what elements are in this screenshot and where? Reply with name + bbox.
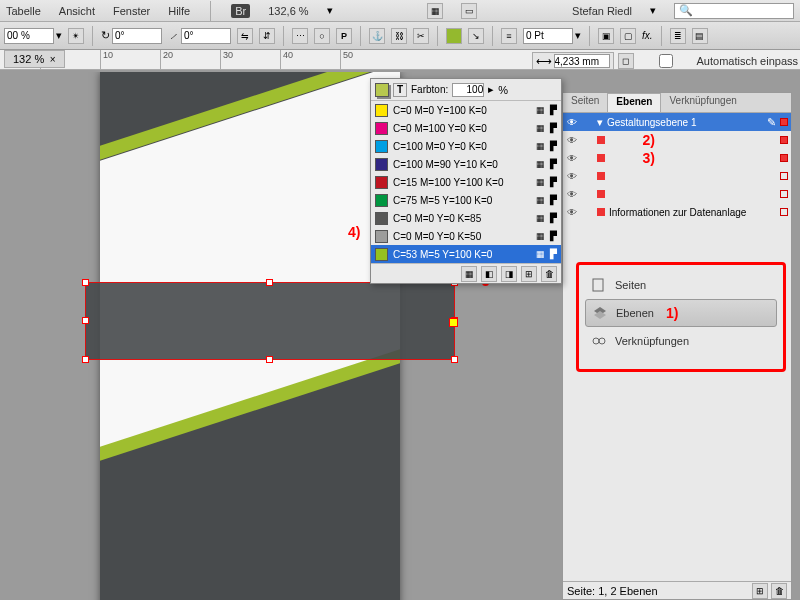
corner-icon[interactable]: ◻ bbox=[618, 53, 634, 69]
layer-row[interactable]: 👁 bbox=[563, 167, 791, 185]
layer-row[interactable]: 👁 ▾ Gestaltungsebene 1 ✎ bbox=[563, 113, 791, 131]
rotate-field[interactable] bbox=[112, 28, 162, 44]
text-fill-icon[interactable]: T bbox=[393, 83, 407, 97]
eye-icon[interactable]: 👁 bbox=[565, 115, 579, 129]
menu-tabelle[interactable]: Tabelle bbox=[6, 5, 41, 17]
cmyk-icon: ▛ bbox=[550, 195, 557, 205]
selection-square[interactable] bbox=[780, 118, 788, 126]
swatch-row[interactable]: C=100 M=0 Y=0 K=0▦▛ bbox=[371, 137, 561, 155]
tab-seiten[interactable]: Seiten bbox=[563, 93, 607, 112]
circle-icon[interactable]: ○ bbox=[314, 28, 330, 44]
width-icon: ⟷ bbox=[536, 55, 552, 68]
wrap2-icon[interactable]: ▢ bbox=[620, 28, 636, 44]
anchor-icon[interactable]: ⚓ bbox=[369, 28, 385, 44]
selected-rectangle[interactable] bbox=[85, 282, 455, 360]
annotation-3: 3) bbox=[643, 150, 655, 166]
layer-row[interactable]: 👁 bbox=[563, 149, 791, 167]
swatch-row[interactable]: C=0 M=100 Y=0 K=0▦▛ bbox=[371, 119, 561, 137]
trash-icon[interactable]: 🗑 bbox=[541, 266, 557, 282]
arrange-icon[interactable]: ▭ bbox=[461, 3, 477, 19]
document-tab[interactable]: 132 % × bbox=[4, 50, 65, 68]
flip-h-icon[interactable]: ⇋ bbox=[237, 28, 253, 44]
new-swatch-icon[interactable]: ▦ bbox=[461, 266, 477, 282]
user-dropdown-icon[interactable]: ▾ bbox=[650, 4, 656, 17]
fill-color-icon[interactable] bbox=[446, 28, 462, 44]
screen-mode-icon[interactable]: ▦ bbox=[427, 3, 443, 19]
resize-handle[interactable] bbox=[266, 356, 273, 363]
autofit-checkbox[interactable]: Automatisch einpass bbox=[638, 54, 799, 68]
new-layer-icon[interactable]: ⊞ bbox=[752, 583, 768, 599]
search-input[interactable]: 🔍 bbox=[674, 3, 794, 19]
pages-icon bbox=[591, 277, 607, 293]
shear-field[interactable] bbox=[181, 28, 231, 44]
swatch-mode-icon[interactable]: ◧ bbox=[481, 266, 497, 282]
resize-handle[interactable] bbox=[266, 279, 273, 286]
farbton-input[interactable] bbox=[452, 83, 484, 97]
bridge-icon[interactable]: Br bbox=[231, 4, 250, 18]
opacity-field[interactable] bbox=[4, 28, 54, 44]
menu-fenster[interactable]: Fenster bbox=[113, 5, 150, 17]
zoom-level[interactable]: 132,6 % bbox=[268, 5, 308, 17]
swatch-row[interactable]: C=75 M=5 Y=100 K=0▦▛ bbox=[371, 191, 561, 209]
fx-icon[interactable]: ✴ bbox=[68, 28, 84, 44]
slider-icon[interactable]: ▸ bbox=[488, 83, 494, 96]
swatch-row[interactable]: C=0 M=0 Y=100 K=0▦▛ bbox=[371, 101, 561, 119]
disclosure-icon[interactable]: ▾ bbox=[597, 116, 603, 129]
fx-label[interactable]: fx. bbox=[642, 30, 653, 41]
dropdown-icon[interactable]: ▾ bbox=[56, 29, 62, 42]
swatch-row[interactable]: C=100 M=90 Y=10 K=0▦▛ bbox=[371, 155, 561, 173]
mini-ebenen[interactable]: Ebenen 1) bbox=[585, 299, 777, 327]
mini-verknupfungen[interactable]: Verknüpfungen bbox=[585, 327, 777, 355]
width-field[interactable] bbox=[554, 54, 610, 68]
swatch-row[interactable]: C=53 M=5 Y=100 K=0▦▛ bbox=[371, 245, 561, 263]
pen-icon[interactable]: ✎ bbox=[767, 116, 776, 129]
eye-icon[interactable]: 👁 bbox=[565, 187, 579, 201]
fill-swatch-icon[interactable] bbox=[375, 83, 389, 97]
tab-ebenen[interactable]: Ebenen bbox=[607, 93, 661, 112]
swatch-row[interactable]: C=15 M=100 Y=100 K=0▦▛ bbox=[371, 173, 561, 191]
tab-verknupfungen[interactable]: Verknüpfungen bbox=[661, 93, 744, 112]
swatch-mode2-icon[interactable]: ◨ bbox=[501, 266, 517, 282]
flip-v-icon[interactable]: ⇵ bbox=[259, 28, 275, 44]
menu-hilfe[interactable]: Hilfe bbox=[168, 5, 190, 17]
layer-row[interactable]: 👁 bbox=[563, 185, 791, 203]
resize-handle[interactable] bbox=[82, 317, 89, 324]
new-icon[interactable]: ⊞ bbox=[521, 266, 537, 282]
swatch-row[interactable]: C=0 M=0 Y=0 K=85▦▛ bbox=[371, 209, 561, 227]
layer-row[interactable]: 👁Informationen zur Datenanlage bbox=[563, 203, 791, 221]
selection-square[interactable] bbox=[780, 154, 788, 162]
selection-square[interactable] bbox=[780, 208, 788, 216]
align2-icon[interactable]: ▤ bbox=[692, 28, 708, 44]
chain-icon[interactable]: ⛓ bbox=[391, 28, 407, 44]
stroke-icon[interactable]: ≡ bbox=[501, 28, 517, 44]
scissor-icon[interactable]: ✂ bbox=[413, 28, 429, 44]
selection-square[interactable] bbox=[780, 172, 788, 180]
mini-seiten[interactable]: Seiten bbox=[585, 271, 777, 299]
arrow-icon[interactable]: ↘ bbox=[468, 28, 484, 44]
resize-handle[interactable] bbox=[82, 279, 89, 286]
eye-icon[interactable]: 👁 bbox=[565, 151, 579, 165]
zoom-dropdown-icon[interactable]: ▾ bbox=[327, 4, 333, 17]
dropdown-icon[interactable]: ▾ bbox=[575, 29, 581, 42]
dotted-icon[interactable]: ⋯ bbox=[292, 28, 308, 44]
layer-row[interactable]: 👁 bbox=[563, 131, 791, 149]
eye-icon[interactable]: 👁 bbox=[565, 205, 579, 219]
wrap-icon[interactable]: ▣ bbox=[598, 28, 614, 44]
cmyk-icon: ▛ bbox=[550, 177, 557, 187]
user-name[interactable]: Stefan Riedl bbox=[572, 5, 632, 17]
delete-layer-icon[interactable]: 🗑 bbox=[771, 583, 787, 599]
selection-square[interactable] bbox=[780, 136, 788, 144]
annotation-2: 2) bbox=[643, 132, 655, 148]
selection-square[interactable] bbox=[780, 190, 788, 198]
swatch-row[interactable]: C=0 M=0 Y=0 K=50▦▛ bbox=[371, 227, 561, 245]
resize-handle[interactable] bbox=[451, 356, 458, 363]
resize-handle[interactable] bbox=[82, 356, 89, 363]
color-chip bbox=[597, 190, 605, 198]
anchor-point[interactable] bbox=[449, 318, 458, 327]
eye-icon[interactable]: 👁 bbox=[565, 133, 579, 147]
p-icon[interactable]: P bbox=[336, 28, 352, 44]
stroke-weight-field[interactable] bbox=[523, 28, 573, 44]
eye-icon[interactable]: 👁 bbox=[565, 169, 579, 183]
align-icon[interactable]: ≣ bbox=[670, 28, 686, 44]
menu-ansicht[interactable]: Ansicht bbox=[59, 5, 95, 17]
